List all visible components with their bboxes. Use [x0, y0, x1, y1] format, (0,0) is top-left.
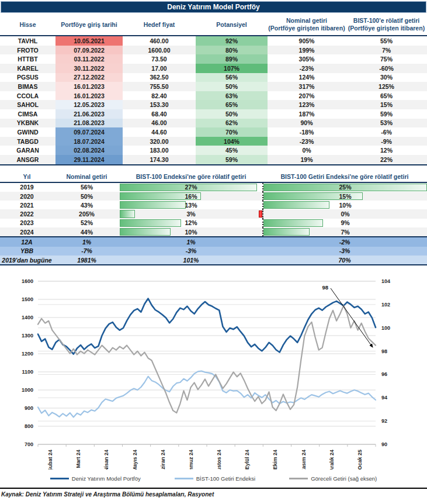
- bar-value-label: 16%: [120, 192, 262, 201]
- nominal-return-cell: 0%: [268, 146, 346, 155]
- potential-cell: 56%: [196, 73, 268, 82]
- stock-ticker: GARAN: [0, 146, 55, 155]
- bar-value-label: 27%: [120, 183, 262, 192]
- yearly-table-summary: 12A1%1%-2%YBB-7%-3%-3%2019'dan bugüne198…: [0, 237, 427, 265]
- table-row: GARAN02.08.2024183.0045%0%12%: [0, 146, 427, 155]
- legend-line-swatch: [175, 478, 193, 479]
- left-axis-tick-label: 1000: [22, 387, 33, 393]
- stock-ticker: CCOLA: [0, 91, 55, 101]
- column-header-potansiyel: Potansiyel: [196, 21, 268, 29]
- table-row: CIMSA21.06.202368.4050%187%59%: [0, 109, 427, 119]
- bar-value-label: 12%: [120, 219, 262, 227]
- x-axis-month-label: Haziran 24: [160, 450, 166, 470]
- table-row: KAREL30.11.202217.00107%-23%-60%: [0, 64, 427, 73]
- entry-date-cell: 21.08.2023: [55, 119, 123, 128]
- left-axis-tick-label: 1200: [22, 351, 33, 357]
- nominal-return-cell: 123%: [268, 100, 346, 109]
- chart-legend: Deniz Yatırım Model PortföyBİST-100 Geti…: [0, 472, 427, 484]
- summary-row: YBB-7%-3%-3%: [0, 247, 427, 256]
- nominal-return-cell: 1981%: [54, 256, 120, 264]
- nominal-return-cell: 1%: [54, 237, 120, 246]
- getiri-relative-cell: 70%: [262, 256, 427, 264]
- table-row: FROTO07.09.20221600.0080%199%7%: [0, 46, 427, 55]
- table-row: HTTBT03.11.202273.5089%305%75%: [0, 54, 427, 64]
- summary-label: 2019'dan bugüne: [0, 256, 54, 264]
- table-row: 2022205%3%0%: [0, 209, 427, 218]
- left-axis-tick-label: 900: [25, 405, 33, 411]
- bist-relative-bar-cell: 13%: [120, 201, 262, 209]
- target-price-cell: 174.30: [123, 155, 196, 164]
- nominal-return-cell: 305%: [268, 54, 346, 64]
- target-price-cell: 46.00: [123, 119, 196, 128]
- target-price-cell: 82.40: [123, 91, 196, 101]
- bist-relative-bar-cell: 16%: [120, 192, 262, 201]
- entry-date-cell: 09.07.2024: [55, 127, 123, 137]
- stock-ticker: ANSGR: [0, 155, 55, 164]
- stock-ticker: HTTBT: [0, 54, 55, 64]
- summary-label: 12A: [0, 237, 54, 246]
- entry-date-cell: 18.07.2024: [55, 137, 123, 146]
- nominal-return-cell: 44%: [54, 227, 120, 236]
- right-axis-tick-label: 92: [381, 418, 387, 424]
- bist100-line: [38, 371, 376, 417]
- table-row: 202352%12%9%: [0, 219, 427, 227]
- entry-date-cell: 02.08.2024: [55, 146, 123, 155]
- getiri-relative-bar-cell: 7%: [262, 227, 427, 236]
- potential-cell: 50%: [196, 82, 268, 91]
- stock-ticker: KAREL: [0, 64, 55, 73]
- relative-return-cell: 65%: [346, 91, 427, 101]
- bar-value-label: 9%: [263, 219, 427, 227]
- right-axis-tick-label: 94: [381, 395, 387, 401]
- year-cell: 2023: [0, 219, 54, 227]
- bar-value-label: 0%: [263, 209, 427, 218]
- nominal-return-cell: -7%: [54, 247, 120, 256]
- relative-return-cell: -9%: [346, 137, 427, 146]
- year-cell: 2022: [0, 209, 54, 218]
- table-row: BIMAS16.01.2023755.5050%317%125%: [0, 82, 427, 91]
- nominal-return-cell: 205%: [54, 209, 120, 218]
- stock-ticker: GWIND: [0, 127, 55, 137]
- table-row: TAVHL10.05.2021460.0092%905%55%: [0, 36, 427, 46]
- entry-date-cell: 16.01.2023: [55, 91, 123, 101]
- year-cell: 2020: [0, 192, 54, 201]
- right-axis-tick-label: 90: [381, 441, 387, 447]
- bist-relative-cell: 1%: [120, 237, 262, 246]
- relative-return-cell: 53%: [346, 119, 427, 128]
- x-axis-month-label: Temmuz 24: [188, 450, 194, 470]
- table-row: PGSUS27.12.2022362.5056%124%30%: [0, 73, 427, 82]
- nominal-return-cell: 124%: [268, 73, 346, 82]
- left-axis-tick-label: 1100: [22, 369, 33, 375]
- column-header-hisse: Hisse: [0, 21, 55, 29]
- table-row: YKBNK21.08.202346.0062%90%53%: [0, 119, 427, 128]
- x-axis-month-label: Şubat 24: [47, 450, 53, 470]
- bist-relative-bar-cell: 12%: [120, 219, 262, 227]
- year-cell: 2021: [0, 201, 54, 209]
- relative-return-cell: 15%: [346, 100, 427, 109]
- bar-value-label: 15%: [263, 192, 427, 201]
- right-axis-tick-label: 96: [381, 372, 387, 378]
- stock-ticker: FROTO: [0, 46, 55, 55]
- target-price-cell: 73.50: [123, 54, 196, 64]
- stock-ticker: TABGD: [0, 137, 55, 146]
- portfolio-line: [38, 299, 376, 354]
- table-row: 202143%13%10%: [0, 201, 427, 209]
- entry-date-cell: 30.11.2022: [55, 64, 123, 73]
- column-header-rolatif-getiri: BIST-100'e rölatif getiri (Portföye giri…: [346, 17, 427, 32]
- x-axis-month-label: Aralık 24: [329, 450, 335, 470]
- bist-relative-bar-cell: 3%: [120, 209, 262, 218]
- nominal-return-cell: 50%: [54, 192, 120, 201]
- portfolio-table: Hisse Portföye giriş tarihi Hedef fiyat …: [0, 13, 427, 165]
- left-axis-tick-label: 1400: [22, 315, 33, 320]
- bar-value-label: 25%: [263, 183, 427, 192]
- stock-ticker: TAVHL: [0, 36, 55, 46]
- legend-label: Göreceli Getiri (sağ eksen): [311, 475, 377, 482]
- nominal-return-cell: 19%: [268, 155, 346, 164]
- entry-date-cell: 12.05.2023: [55, 100, 123, 109]
- nominal-return-cell: 207%: [268, 91, 346, 101]
- target-price-cell: 183.00: [123, 146, 196, 155]
- footer: Kaynak: Deniz Yatırım Strateji ve Araştı…: [0, 488, 427, 498]
- right-axis-tick-label: 102: [381, 302, 390, 308]
- stock-ticker: PGSUS: [0, 73, 55, 82]
- line-chart: 1600150014001300120011001000900800700104…: [0, 268, 427, 470]
- getiri-relative-bar-cell: 9%: [262, 219, 427, 227]
